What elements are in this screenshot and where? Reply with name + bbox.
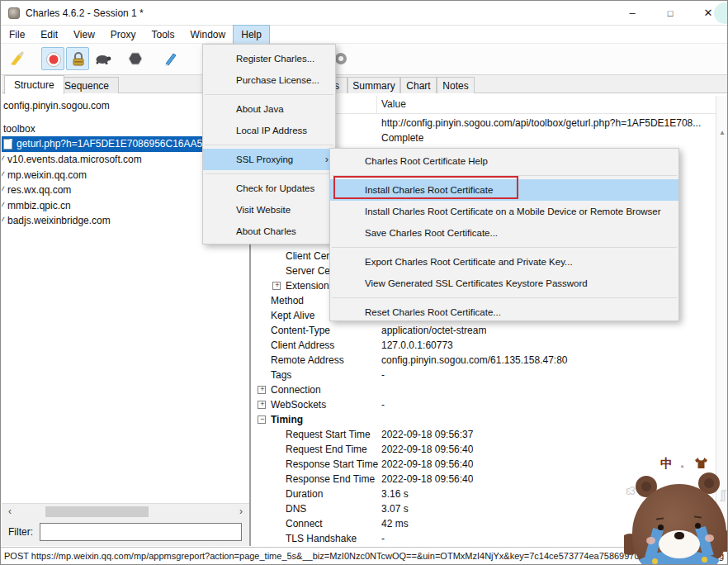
row-value: 3.16 s bbox=[381, 487, 409, 501]
scroll-right-icon[interactable]: › bbox=[234, 504, 248, 520]
row-value: - bbox=[381, 397, 385, 412]
menu-bar: File Edit View Proxy Tools Window Help bbox=[1, 26, 727, 44]
clear-session-button[interactable] bbox=[6, 47, 29, 70]
clipped-host-icon: ∕ bbox=[2, 152, 3, 168]
row-name: Kept Alive bbox=[271, 308, 314, 323]
ime-skin-shirt-icon[interactable] bbox=[695, 458, 707, 471]
menu-item-visit-website[interactable]: Visit Website bbox=[203, 199, 335, 221]
scroll-left-icon[interactable]: ‹ bbox=[3, 504, 17, 520]
tree-label: geturl.php?h=1AF5DE1E7086956C16AA579 bbox=[17, 136, 214, 152]
row-name: Request End Time bbox=[286, 442, 367, 457]
row-value: 3.07 s bbox=[381, 501, 409, 516]
ssl-lock-button[interactable] bbox=[66, 47, 89, 70]
menu-view[interactable]: View bbox=[66, 26, 102, 44]
row-value: - bbox=[381, 531, 385, 546]
menu-item-reset-root-certificate[interactable]: Reset Charles Root Certificate... bbox=[330, 301, 678, 323]
menu-help[interactable]: Help bbox=[234, 26, 269, 44]
table-row[interactable]: Client Address 127.0.0.1:60773 bbox=[251, 338, 716, 353]
table-row[interactable]: + Connection bbox=[251, 382, 716, 397]
ime-mode-toggle[interactable]: 中 bbox=[660, 456, 673, 472]
filter-input[interactable] bbox=[40, 523, 242, 541]
menu-item-view-keystore-password[interactable]: View Generated SSL Certificates Keystore… bbox=[330, 273, 678, 294]
row-value: http://config.pinyin.sogou.com/api/toolb… bbox=[381, 116, 701, 131]
clipped-host-icon: ∕ bbox=[2, 183, 3, 198]
minimize-button[interactable]: – bbox=[613, 1, 651, 26]
menu-proxy[interactable]: Proxy bbox=[103, 26, 144, 44]
menu-item-register-charles[interactable]: Register Charles... bbox=[203, 48, 335, 69]
row-name: Connection bbox=[271, 382, 321, 397]
submenu-arrow-icon: › bbox=[325, 149, 329, 170]
ssl-proxying-submenu: Charles Root Certificate Help Install Ch… bbox=[329, 148, 679, 321]
breakpoints-button[interactable] bbox=[124, 47, 147, 70]
tree-label: config.pinyin.sogou.com bbox=[3, 98, 110, 114]
menu-item-save-root-certificate[interactable]: Save Charles Root Certificate... bbox=[330, 222, 678, 244]
row-name: WebSockets bbox=[271, 397, 326, 412]
app-icon bbox=[8, 7, 20, 19]
menu-separator bbox=[203, 91, 335, 98]
menu-item-about-java[interactable]: About Java bbox=[203, 98, 335, 120]
row-value: 2022-09-18 09:56:40 bbox=[381, 472, 473, 487]
throttle-button[interactable] bbox=[91, 47, 114, 70]
row-value: 42 ms bbox=[381, 516, 409, 531]
expand-icon[interactable]: + bbox=[258, 386, 266, 394]
menu-separator bbox=[330, 172, 678, 179]
value-column-header: Value bbox=[381, 98, 406, 110]
menu-tools[interactable]: Tools bbox=[144, 26, 182, 44]
status-request-text: POST https://mp.weixin.qq.com/mp/appmsgr… bbox=[4, 551, 702, 561]
table-row[interactable]: Content-Type application/octet-stream bbox=[251, 323, 716, 338]
tab-chart[interactable]: Chart bbox=[400, 77, 437, 93]
maximize-button[interactable]: □ bbox=[651, 1, 689, 26]
row-value: Complete bbox=[381, 131, 423, 145]
filter-label: Filter: bbox=[8, 526, 33, 538]
menu-separator bbox=[330, 244, 678, 251]
row-name: Extensions bbox=[286, 278, 334, 293]
menu-item-root-certificate-help[interactable]: Charles Root Certificate Help bbox=[330, 150, 678, 172]
compose-button[interactable] bbox=[159, 47, 182, 70]
row-name: Client Cert bbox=[286, 249, 333, 264]
scrollbar-thumb[interactable] bbox=[45, 506, 149, 517]
tab-structure[interactable]: Structure bbox=[4, 75, 64, 94]
tree-label: v10.events.data.microsoft.com bbox=[7, 152, 142, 168]
tree-label: res.wx.qq.com bbox=[7, 183, 71, 198]
row-name: Method bbox=[271, 293, 304, 308]
menu-edit[interactable]: Edit bbox=[33, 26, 65, 44]
table-row[interactable]: + WebSockets - bbox=[251, 397, 716, 412]
menu-separator bbox=[203, 170, 335, 178]
tab-summary[interactable]: Summary bbox=[347, 77, 400, 93]
tab-sequence[interactable]: Sequence bbox=[54, 77, 119, 93]
row-name: Response End Time bbox=[286, 472, 375, 487]
ime-punctuation-toggle[interactable]: 。 bbox=[680, 456, 691, 471]
menu-item-export-certificate-and-key[interactable]: Export Charles Root Certificate and Priv… bbox=[330, 251, 678, 273]
menu-separator bbox=[330, 294, 678, 301]
record-button[interactable] bbox=[41, 47, 64, 70]
table-row[interactable]: Request Start Time 2022-09-18 09:56:37 bbox=[251, 427, 716, 442]
horizontal-scrollbar[interactable]: ‹ › bbox=[2, 503, 249, 519]
menu-item-local-ip-address[interactable]: Local IP Address bbox=[203, 120, 335, 141]
table-row[interactable]: Tags - bbox=[251, 368, 716, 382]
clipped-host-icon: ∕ bbox=[2, 213, 3, 229]
file-icon bbox=[3, 139, 12, 150]
collapse-icon[interactable]: − bbox=[258, 415, 266, 424]
menu-window[interactable]: Window bbox=[183, 26, 234, 44]
row-value: config.pinyin.sogou.com/61.135.158.47:80 bbox=[381, 353, 568, 368]
menu-item-purchase-license[interactable]: Purchase License... bbox=[203, 69, 335, 91]
menu-item-install-on-mobile-device[interactable]: Install Charles Root Certificate on a Mo… bbox=[330, 201, 678, 222]
row-name: Remote Address bbox=[271, 353, 344, 368]
scroll-up-icon[interactable]: ▲ bbox=[719, 129, 726, 136]
ime-indicator-bar: 中 。 bbox=[624, 451, 728, 484]
menu-file[interactable]: File bbox=[2, 26, 32, 44]
menu-item-about-charles[interactable]: About Charles bbox=[203, 221, 335, 242]
expand-icon[interactable]: + bbox=[272, 282, 281, 290]
tree-label: mmbiz.qpic.cn bbox=[7, 198, 71, 214]
menu-item-install-root-certificate[interactable]: Install Charles Root Certificate bbox=[330, 179, 678, 201]
menu-item-label: SSL Proxying bbox=[236, 154, 293, 164]
table-row[interactable]: Remote Address config.pinyin.sogou.com/6… bbox=[251, 353, 716, 368]
table-row[interactable]: − Timing bbox=[251, 412, 716, 427]
menu-item-ssl-proxying[interactable]: SSL Proxying › bbox=[203, 149, 335, 170]
status-bar: POST https://mp.weixin.qq.com/mp/appmsgr… bbox=[1, 547, 727, 565]
menu-item-check-for-updates[interactable]: Check for Updates bbox=[203, 178, 335, 199]
expand-icon[interactable]: + bbox=[258, 401, 266, 409]
tab-notes[interactable]: Notes bbox=[437, 77, 475, 93]
row-name: Timing bbox=[271, 412, 303, 427]
charles-window: Charles 4.6.2 - Session 1 * – □ ✕ File E… bbox=[0, 0, 728, 565]
